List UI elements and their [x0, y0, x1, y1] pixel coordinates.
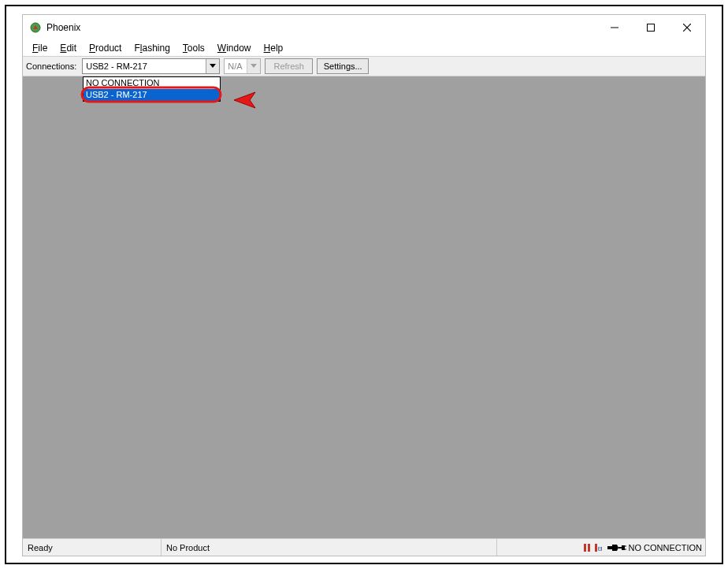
svg-rect-7 — [584, 544, 586, 552]
menu-flashing[interactable]: Flashing — [128, 41, 176, 55]
status-state: Ready — [23, 539, 162, 556]
connections-dropdown[interactable]: USB2 - RM-217 — [82, 58, 220, 74]
titlebar: Phoenix — [23, 15, 705, 40]
menu-edit[interactable]: Edit — [54, 41, 83, 55]
maximize-button[interactable] — [633, 15, 669, 40]
window-title: Phoenix — [46, 22, 80, 33]
status-signal-icon: ⊟ — [594, 543, 605, 552]
svg-rect-12 — [618, 547, 622, 549]
menu-file[interactable]: File — [26, 41, 54, 55]
annotation-arrow-icon — [229, 90, 332, 110]
menubar: File Edit Product Flashing Tools Window … — [23, 40, 705, 56]
workspace: NO CONNECTION USB2 - RM-217 — [23, 76, 705, 538]
app-window: Phoenix File Edit Product Flashing Tools… — [22, 14, 706, 556]
menu-tools[interactable]: Tools — [176, 41, 211, 55]
status-icons: ⊟ NO CONNECTION — [582, 543, 706, 552]
dropdown-option[interactable]: USB2 - RM-217 — [84, 89, 220, 101]
window-controls — [596, 15, 705, 40]
status-pause-icon — [582, 543, 592, 552]
connections-label: Connections: — [26, 61, 76, 71]
toolbar: Connections: USB2 - RM-217 N/A Refresh S… — [23, 56, 705, 76]
secondary-value: N/A — [228, 61, 242, 71]
menu-help[interactable]: Help — [258, 41, 290, 55]
svg-rect-13 — [622, 545, 625, 550]
secondary-dropdown[interactable]: N/A — [224, 58, 261, 74]
connections-selected-value: USB2 - RM-217 — [86, 61, 147, 71]
svg-rect-2 — [648, 24, 655, 32]
phoenix-icon — [29, 21, 42, 34]
close-button[interactable] — [669, 15, 705, 40]
menu-window[interactable]: Window — [211, 41, 258, 55]
status-plug-icon — [607, 543, 626, 552]
connections-dropdown-popup: NO CONNECTION USB2 - RM-217 — [83, 76, 221, 102]
svg-text:⊟: ⊟ — [598, 545, 602, 552]
svg-rect-11 — [607, 546, 612, 549]
minimize-button[interactable] — [596, 15, 633, 40]
svg-rect-9 — [595, 544, 597, 552]
status-product: No Product — [162, 539, 497, 556]
svg-rect-8 — [588, 544, 590, 552]
chevron-down-icon — [206, 59, 219, 73]
statusbar: Ready No Product ⊟ NO CONNECTION — [23, 538, 705, 556]
dropdown-option[interactable]: NO CONNECTION — [84, 77, 220, 89]
status-connection-text: NO CONNECTION — [629, 543, 703, 552]
menu-product[interactable]: Product — [83, 41, 128, 55]
chevron-down-icon — [247, 59, 260, 73]
refresh-button: Refresh — [265, 58, 313, 74]
settings-button[interactable]: Settings... — [317, 58, 369, 74]
